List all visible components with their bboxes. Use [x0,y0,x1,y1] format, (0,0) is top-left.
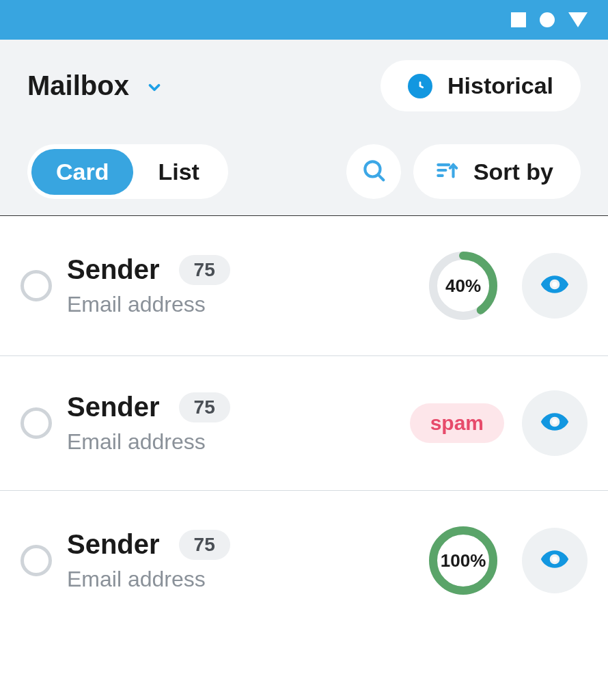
spam-badge: spam [410,403,504,443]
email-address: Email address [67,292,413,317]
count-badge: 75 [179,255,230,285]
progress-percent: 100% [428,525,499,596]
view-toggle: Card List [27,144,228,199]
progress-ring: 100% [428,525,499,596]
email-address: Email address [67,429,395,455]
count-badge: 75 [179,530,230,560]
sender-name: Sender [67,529,160,560]
view-button[interactable] [522,528,588,593]
view-list-button[interactable]: List [133,149,223,195]
email-address: Email address [67,567,413,592]
view-card-button[interactable]: Card [31,149,133,195]
search-button[interactable] [346,144,401,199]
header: Mailbox Historical Card List Sort [0,40,608,216]
status-triangle-icon [568,12,588,27]
count-badge: 75 [179,392,230,422]
clock-icon [408,74,432,98]
mailbox-dropdown[interactable]: Mailbox [27,70,161,101]
list-item[interactable]: Sender 75 Email address 100% [0,491,608,630]
status-circle-icon [540,12,555,27]
view-button[interactable] [522,390,588,456]
eye-icon [540,544,570,577]
select-radio[interactable] [20,407,52,439]
list-item[interactable]: Sender 75 Email address 40% [0,216,608,356]
svg-point-8 [552,282,557,286]
eye-icon [540,407,570,440]
svg-point-12 [552,556,557,561]
sort-icon [434,157,460,186]
view-button[interactable] [522,253,588,319]
mail-list: Sender 75 Email address 40% Sender 75 Em [0,216,608,630]
progress-ring: 40% [428,250,499,321]
select-radio[interactable] [20,270,52,301]
progress-percent: 40% [428,250,499,321]
page-title: Mailbox [27,70,129,101]
status-bar [0,0,608,40]
historical-label: Historical [447,72,553,99]
sort-label: Sort by [473,159,553,185]
list-item[interactable]: Sender 75 Email address spam [0,356,608,491]
sender-name: Sender [67,254,160,285]
chevron-down-icon [146,79,161,94]
sender-name: Sender [67,392,160,422]
eye-icon [540,269,570,302]
search-icon [361,157,387,186]
status-square-icon [511,12,526,27]
historical-button[interactable]: Historical [381,60,581,111]
sort-button[interactable]: Sort by [413,144,581,199]
svg-line-1 [378,175,383,180]
svg-point-9 [552,419,557,424]
select-radio[interactable] [20,545,52,576]
